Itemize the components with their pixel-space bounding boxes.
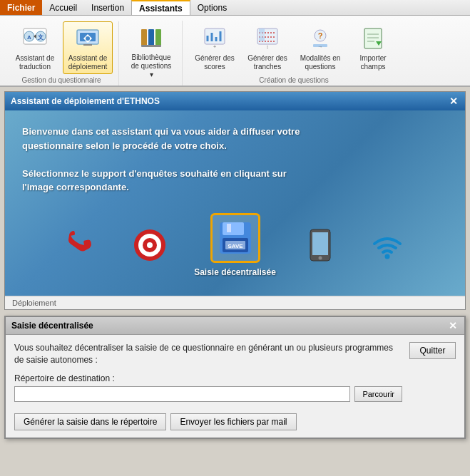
deploy-tab: Déploiement bbox=[5, 296, 465, 309]
svg-rect-13 bbox=[155, 29, 161, 46]
tranches-label: Générer des tranches bbox=[247, 54, 288, 71]
saisie-left: Vous souhaitez décentraliser la saisie d… bbox=[14, 342, 402, 402]
generer-button[interactable]: Générer la saisie dans le répertoire bbox=[14, 413, 166, 430]
repertoire-label: Répertoire de destination : bbox=[14, 373, 402, 383]
btn-traduction[interactable]: A 文 Assistant de traduction bbox=[10, 21, 60, 74]
svg-rect-14 bbox=[141, 45, 161, 47]
deploy-icon-phone[interactable] bbox=[60, 222, 106, 268]
svg-rect-25 bbox=[259, 29, 265, 33]
saisie-title: Saisie décentralisée bbox=[11, 321, 93, 331]
svg-point-9 bbox=[86, 36, 90, 41]
btn-deploiement[interactable]: Assistant de déploiement bbox=[63, 21, 113, 74]
svg-rect-33 bbox=[364, 29, 382, 48]
saisie-close-button[interactable]: ✕ bbox=[447, 320, 459, 331]
svg-text:文: 文 bbox=[38, 33, 44, 41]
parcourir-button[interactable]: Parcourir bbox=[354, 386, 402, 402]
menu-assistants[interactable]: Assistants bbox=[131, 0, 190, 15]
menu-accueil[interactable]: Accueil bbox=[42, 0, 84, 15]
translate-icon: A 文 bbox=[21, 24, 49, 53]
deploy-icon-floppy[interactable]: SAVE Saisie décentralisée bbox=[194, 213, 276, 277]
ribbon-group-biblio: Bibliothèque de questions ▾ bbox=[121, 21, 183, 86]
modalites-icon: ? → bbox=[306, 24, 334, 53]
deploy-icon-target[interactable] bbox=[127, 222, 173, 268]
quitter-button[interactable]: Quitter bbox=[409, 342, 456, 359]
deploiement-label: Assistant de déploiement bbox=[67, 54, 108, 71]
saisie-description: Vous souhaitez décentraliser la saisie d… bbox=[14, 342, 402, 366]
saisie-right: Quitter bbox=[409, 342, 456, 402]
saisie-dialog: Saisie décentralisée ✕ Vous souhaitez dé… bbox=[4, 316, 466, 439]
deploy-content: Bienvenue dans cet assistant qui va vous… bbox=[5, 110, 465, 296]
repertoire-input[interactable] bbox=[14, 386, 350, 402]
svg-rect-44 bbox=[227, 224, 231, 232]
importer-label: Importer champs bbox=[352, 54, 394, 71]
svg-point-50 bbox=[318, 256, 322, 259]
floppy-label: Saisie décentralisée bbox=[194, 267, 276, 277]
deploy-dialog: Assistant de déploiement d'ETHNOS ✕ Bien… bbox=[4, 91, 466, 310]
modalites-label: Modalités en questions bbox=[300, 54, 341, 71]
gestion-group-label: Gestion du questionnaire bbox=[21, 76, 101, 84]
traduction-label: Assistant de traduction bbox=[14, 54, 56, 71]
svg-point-41 bbox=[147, 242, 153, 248]
deploy-icon-ribbon bbox=[73, 24, 102, 53]
deploy-icon-tablet[interactable] bbox=[297, 222, 343, 268]
creation-group-label: Création de questions bbox=[259, 76, 328, 84]
menu-bar: Fichier Accueil Insertion Assistants Opt… bbox=[0, 0, 470, 16]
btn-modalites[interactable]: ? → Modalités en questions bbox=[295, 21, 345, 74]
import-icon bbox=[359, 24, 387, 53]
scores-icon: + bbox=[200, 24, 229, 53]
svg-rect-12 bbox=[148, 29, 154, 46]
svg-rect-27 bbox=[259, 37, 265, 41]
deploy-icon-wifi[interactable] bbox=[364, 222, 410, 268]
bibliotheque-label: Bibliothèque de questions ▾ bbox=[131, 53, 172, 79]
main-area: Assistant de déploiement d'ETHNOS ✕ Bien… bbox=[0, 87, 470, 443]
envoyer-button[interactable]: Envoyer les fichiers par mail bbox=[170, 413, 296, 430]
deploy-title: Assistant de déploiement d'ETHNOS bbox=[11, 96, 160, 106]
ribbon: A 文 Assistant de traduction bbox=[0, 16, 470, 87]
deploy-icons-row: SAVE Saisie décentralisée bbox=[22, 206, 448, 284]
svg-text:?: ? bbox=[318, 31, 323, 40]
library-icon bbox=[137, 24, 165, 52]
menu-fichier[interactable]: Fichier bbox=[0, 0, 42, 15]
ribbon-group-gestion: A 文 Assistant de traduction bbox=[4, 21, 119, 86]
svg-text:+: + bbox=[213, 44, 216, 49]
saisie-footer: Générer la saisie dans le répertoire Env… bbox=[6, 409, 464, 438]
btn-bibliotheque[interactable]: Bibliothèque de questions ▾ bbox=[126, 21, 176, 82]
svg-text:A: A bbox=[27, 34, 31, 41]
btn-importer[interactable]: Importer champs bbox=[348, 21, 398, 74]
svg-text:SAVE: SAVE bbox=[228, 243, 243, 249]
tranches-icon: ↕ bbox=[253, 24, 282, 53]
menu-options[interactable]: Options bbox=[190, 0, 234, 15]
svg-text:↕: ↕ bbox=[266, 44, 269, 49]
svg-text:→: → bbox=[318, 44, 323, 49]
menu-insertion[interactable]: Insertion bbox=[84, 0, 131, 15]
saisie-titlebar: Saisie décentralisée ✕ bbox=[6, 317, 464, 335]
saisie-body: Vous souhaitez décentraliser la saisie d… bbox=[6, 335, 464, 409]
deploy-titlebar: Assistant de déploiement d'ETHNOS ✕ bbox=[5, 92, 465, 110]
ribbon-group-creation: + Générer des scores ↕ bbox=[184, 21, 404, 86]
deploy-text: Bienvenue dans cet assistant qui va vous… bbox=[22, 125, 448, 195]
svg-point-51 bbox=[384, 254, 389, 259]
btn-scores[interactable]: + Générer des scores bbox=[190, 21, 240, 74]
deploy-close-button[interactable]: ✕ bbox=[448, 95, 459, 107]
btn-tranches[interactable]: ↕ Générer des tranches bbox=[242, 21, 292, 74]
scores-label: Générer des scores bbox=[194, 54, 235, 71]
field-row: Parcourir bbox=[14, 386, 402, 402]
svg-rect-26 bbox=[259, 33, 265, 37]
svg-rect-49 bbox=[312, 232, 328, 255]
svg-rect-11 bbox=[141, 29, 147, 46]
svg-rect-43 bbox=[223, 222, 244, 235]
